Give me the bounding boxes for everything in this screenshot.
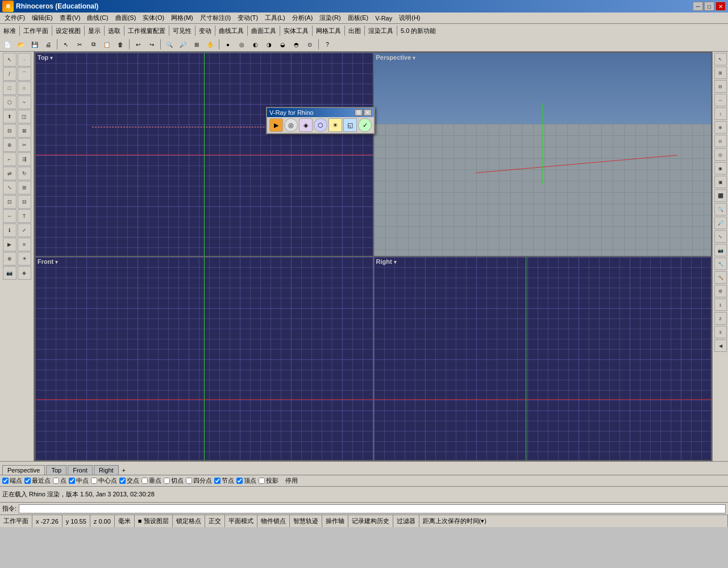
right-tool-21[interactable]: 3 [714, 326, 727, 338]
tb-r6[interactable]: ◓ [290, 38, 302, 51]
tool-point[interactable]: · [18, 53, 31, 67]
tb-output[interactable]: 出图 [346, 27, 363, 35]
tool-camera[interactable]: 📷 [3, 266, 16, 280]
panel-layer[interactable]: ■ 预设图层 [135, 515, 173, 527]
tb-solid-tools[interactable]: 实体工具 [281, 27, 311, 35]
tb-cut-btn[interactable]: ✂ [73, 38, 86, 51]
vray-material-btn[interactable]: ◈ [299, 118, 313, 132]
right-tool-12[interactable]: 🔍 [714, 203, 727, 215]
close-button[interactable]: ✕ [715, 2, 726, 11]
tool-fillet[interactable]: ⌐ [3, 152, 16, 166]
menu-dim[interactable]: 尺寸标注(I) [197, 13, 234, 23]
tb-display[interactable]: 显示 [86, 27, 103, 35]
panel-ortho[interactable]: 正交 [205, 515, 225, 527]
tool-array[interactable]: ⊞ [18, 181, 31, 194]
tool-material-vp[interactable]: ◈ [18, 266, 31, 280]
menu-help[interactable]: 说明(H) [396, 13, 423, 23]
right-tool-4[interactable]: ↔ [714, 94, 727, 106]
snap-project-cb[interactable] [259, 478, 265, 484]
tool-select[interactable]: ↖ [3, 53, 16, 67]
tool-text[interactable]: T [18, 209, 31, 223]
tool-circle[interactable]: ○ [18, 81, 31, 95]
right-tool-2[interactable]: ⊞ [714, 67, 727, 79]
tb-vpconfig[interactable]: 工作视窗配置 [126, 27, 168, 35]
panel-planar[interactable]: 平面模式 [225, 515, 257, 527]
viewport-front[interactable]: Front ▾ [35, 256, 373, 461]
tb-help-btn[interactable]: ? [321, 38, 334, 51]
tool-snap-vp[interactable]: ⊕ [3, 252, 16, 266]
vray-render-btn[interactable]: ▶ [269, 118, 283, 132]
tb-new50[interactable]: 5.0 的新功能 [398, 27, 438, 35]
tool-rotate[interactable]: ↻ [18, 167, 31, 180]
right-tool-7[interactable]: ⊙ [714, 135, 727, 147]
right-tool-11[interactable]: ⬛ [714, 189, 727, 202]
tool-curve[interactable]: ~ [18, 96, 31, 109]
tab-top[interactable]: Top [46, 465, 66, 475]
maximize-button[interactable]: □ [704, 2, 714, 11]
right-tool-1[interactable]: ↖ [714, 53, 727, 65]
tool-trim[interactable]: ✂ [18, 138, 31, 152]
panel-distance[interactable]: 距离上次保存的时间(▾) [419, 515, 728, 527]
menu-analyze[interactable]: 分析(A) [289, 13, 317, 23]
tb-save-btn[interactable]: 💾 [28, 38, 41, 51]
tool-rect[interactable]: □ [3, 81, 16, 95]
snap-tangent-cb[interactable] [164, 478, 170, 484]
right-tool-19[interactable]: 1 [714, 298, 727, 311]
tb-undo-btn[interactable]: ↩ [132, 38, 144, 51]
panel-workplane[interactable]: 工作平面 [0, 515, 32, 527]
menu-surface[interactable]: 曲面(S) [112, 13, 140, 23]
viewport-top[interactable]: Top ▾ [35, 52, 373, 256]
tb-zoom-out-btn[interactable]: 🔎 [177, 38, 189, 51]
viewport-right[interactable]: Right ▾ [373, 256, 712, 461]
tool-arc[interactable]: ⌒ [18, 67, 31, 81]
tool-dim[interactable]: ↔ [3, 209, 16, 223]
menu-file[interactable]: 文件(F) [1, 13, 28, 23]
tb-open-btn[interactable]: 📂 [15, 38, 27, 51]
menu-render[interactable]: 渲染(R) [316, 13, 344, 23]
tb-paste-btn[interactable]: 📋 [101, 38, 113, 51]
tb-r4[interactable]: ◑ [263, 38, 275, 51]
tool-mirror[interactable]: ⇌ [3, 167, 16, 180]
tb-transform[interactable]: 变动 [197, 27, 214, 35]
right-tool-5[interactable]: ↕ [714, 107, 727, 120]
tab-perspective[interactable]: Perspective [2, 465, 45, 475]
snap-knot-cb[interactable] [214, 478, 221, 484]
viewport-perspective[interactable]: Perspective ▾ [373, 52, 712, 256]
tool-group[interactable]: ⊡ [3, 195, 16, 209]
snap-midpoint-cb[interactable] [69, 478, 75, 484]
right-tool-8[interactable]: ◎ [714, 148, 727, 161]
tb-standard[interactable]: 标准 [1, 27, 18, 35]
tool-sweep[interactable]: ⊠ [18, 124, 31, 138]
tb-print-btn[interactable]: 🖨 [42, 38, 55, 51]
tb-r3[interactable]: ◐ [249, 38, 261, 51]
right-tool-22[interactable]: ◀ [714, 339, 727, 352]
tool-layer-vp[interactable]: ≡ [18, 238, 31, 251]
tb-render-tools[interactable]: 渲染工具 [366, 27, 396, 35]
tb-setview[interactable]: 设定视图 [53, 27, 83, 35]
panel-smart[interactable]: 智慧轨迹 [290, 515, 322, 527]
tool-light[interactable]: ☀ [18, 252, 31, 266]
snap-endpoint-cb[interactable] [2, 478, 9, 484]
tool-block[interactable]: ⊟ [18, 195, 31, 209]
snap-intersect-cb[interactable] [119, 478, 126, 484]
vray-layer-btn[interactable]: ◱ [343, 118, 357, 132]
tb-copy-btn[interactable]: ⧉ [87, 38, 99, 51]
tab-add-btn[interactable]: + [120, 466, 128, 475]
tb-workplane[interactable]: 工作平面 [21, 27, 51, 35]
tb-redo-btn[interactable]: ↪ [145, 38, 158, 51]
right-tool-20[interactable]: 2 [714, 312, 727, 325]
right-tool-13[interactable]: 🔎 [714, 217, 727, 229]
tb-zoom-ext-btn[interactable]: ⊞ [190, 38, 203, 51]
tb-select[interactable]: 选取 [106, 27, 123, 35]
tab-right[interactable]: Right [94, 465, 119, 475]
menu-transform[interactable]: 变动(T) [234, 13, 261, 23]
tool-surface[interactable]: ◫ [18, 110, 31, 123]
vray-sun-btn[interactable]: ☀ [328, 118, 342, 132]
tb-zoom-in-btn[interactable]: 🔍 [163, 38, 176, 51]
right-tool-16[interactable]: 🔧 [714, 258, 727, 270]
tb-select-btn[interactable]: ↖ [60, 38, 72, 51]
tb-mesh-tools[interactable]: 网格工具 [314, 27, 343, 35]
tb-r5[interactable]: ◒ [276, 38, 289, 51]
snap-quadrant-cb[interactable] [186, 478, 192, 484]
menu-solid[interactable]: 实体(O) [139, 13, 168, 23]
